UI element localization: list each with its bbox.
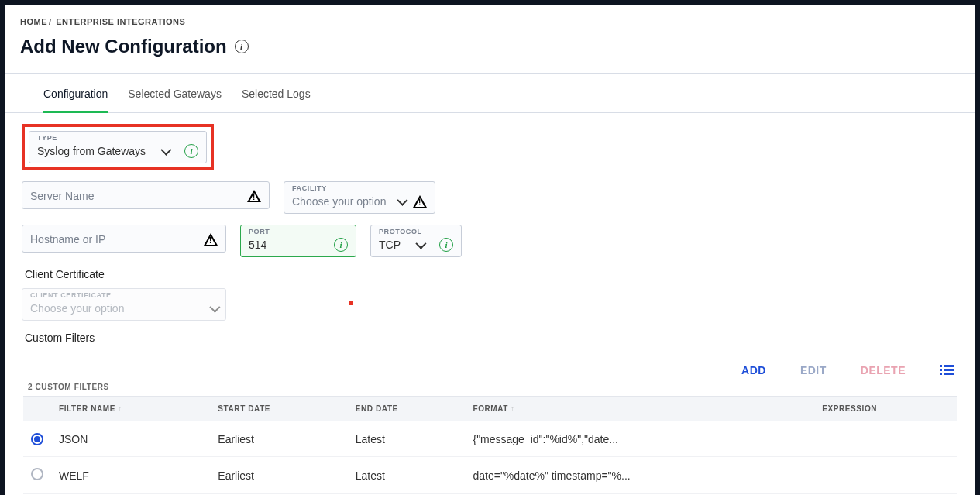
svg-rect-4 — [940, 373, 942, 375]
facility-label: FACILITY — [292, 184, 327, 192]
sort-arrow-icon: ↑ — [118, 404, 122, 413]
client-cert-label: CLIENT CERTIFICATE — [30, 291, 112, 299]
svg-rect-2 — [940, 369, 942, 371]
cell-end: Latest — [348, 457, 466, 494]
cell-expression — [814, 457, 957, 494]
port-label: PORT — [249, 228, 270, 235]
port-input[interactable]: PORT 514 i — [240, 225, 356, 257]
server-name-input[interactable]: Server Name — [22, 181, 270, 209]
protocol-value: TCP — [379, 239, 408, 251]
type-label: TYPE — [37, 134, 57, 142]
chevron-down-icon — [202, 302, 218, 315]
info-icon[interactable]: i — [184, 144, 198, 158]
server-name-placeholder: Server Name — [30, 190, 239, 202]
row-radio[interactable] — [31, 433, 43, 445]
svg-rect-3 — [944, 369, 954, 371]
warning-icon — [204, 233, 218, 246]
breadcrumb-sep: / — [49, 17, 52, 26]
cell-format: {"message_id":"%id%","date... — [465, 421, 814, 457]
tabs: Configuration Selected Gateways Selected… — [5, 74, 975, 113]
col-filter-name[interactable]: FILTER NAME↑ — [51, 397, 210, 421]
custom-filters-table: FILTER NAME↑ START DATE END DATE FORMAT↑… — [23, 396, 957, 494]
delete-button[interactable]: DELETE — [861, 364, 906, 376]
protocol-select[interactable]: PROTOCOL TCP i — [370, 225, 462, 257]
info-icon[interactable]: i — [235, 40, 249, 53]
row-radio[interactable] — [31, 468, 43, 480]
cell-format: date="%date%" timestamp="%... — [465, 457, 814, 494]
page-title: Add New Configuration — [20, 36, 227, 57]
table-row[interactable]: WELF Earliest Latest date="%date%" times… — [23, 457, 957, 494]
sort-arrow-icon: ↑ — [511, 404, 515, 413]
client-cert-select[interactable]: CLIENT CERTIFICATE Choose your option — [22, 288, 226, 321]
chevron-down-icon — [408, 239, 424, 251]
col-end-date[interactable]: END DATE — [348, 397, 466, 421]
chevron-down-icon — [390, 195, 405, 208]
cell-name: WELF — [51, 457, 210, 494]
cell-start: Earliest — [210, 421, 347, 457]
tab-selected-logs[interactable]: Selected Logs — [242, 88, 311, 112]
cell-expression — [814, 421, 957, 457]
required-marker — [349, 301, 353, 305]
table-actions: ADD EDIT DELETE — [5, 359, 975, 380]
breadcrumb-home[interactable]: HOME — [20, 17, 47, 26]
edit-button[interactable]: EDIT — [800, 364, 827, 376]
svg-rect-1 — [944, 365, 954, 367]
facility-select[interactable]: FACILITY Choose your option — [284, 181, 435, 214]
col-format[interactable]: FORMAT↑ — [465, 397, 814, 421]
filters-count: 2 CUSTOM FILTERS — [23, 380, 957, 396]
tab-configuration[interactable]: Configuration — [43, 88, 108, 113]
cell-start: Earliest — [210, 457, 347, 494]
custom-filters-heading: Custom Filters — [25, 332, 958, 344]
cell-end: Latest — [348, 421, 466, 457]
info-icon[interactable]: i — [334, 238, 348, 252]
warning-icon — [247, 190, 261, 202]
cell-name: JSON — [51, 421, 210, 457]
tab-selected-gateways[interactable]: Selected Gateways — [128, 88, 222, 112]
col-expression[interactable]: EXPRESSION — [814, 397, 957, 421]
client-cert-heading: Client Certificate — [25, 268, 958, 280]
type-value: Syslog from Gateways — [37, 145, 153, 157]
svg-rect-5 — [944, 373, 954, 375]
col-start-date[interactable]: START DATE — [210, 397, 347, 421]
col-select — [23, 397, 51, 421]
chevron-down-icon — [153, 145, 169, 157]
client-cert-placeholder: Choose your option — [30, 302, 202, 315]
breadcrumb-current[interactable]: ENTERPRISE INTEGRATIONS — [56, 17, 185, 26]
table-row[interactable]: JSON Earliest Latest {"message_id":"%id%… — [23, 421, 957, 457]
info-icon[interactable]: i — [439, 238, 453, 252]
port-value: 514 — [249, 239, 318, 251]
facility-placeholder: Choose your option — [292, 195, 390, 208]
type-highlight: TYPE Syslog from Gateways i — [22, 124, 214, 170]
type-select[interactable]: TYPE Syslog from Gateways i — [29, 131, 207, 163]
breadcrumb: HOME/ ENTERPRISE INTEGRATIONS — [5, 5, 975, 33]
hostname-placeholder: Hostname or IP — [30, 233, 196, 246]
hostname-input[interactable]: Hostname or IP — [22, 225, 226, 253]
protocol-label: PROTOCOL — [379, 228, 422, 235]
add-button[interactable]: ADD — [741, 364, 766, 376]
svg-rect-0 — [940, 365, 942, 367]
warning-icon — [413, 195, 427, 208]
columns-icon[interactable] — [940, 365, 954, 376]
